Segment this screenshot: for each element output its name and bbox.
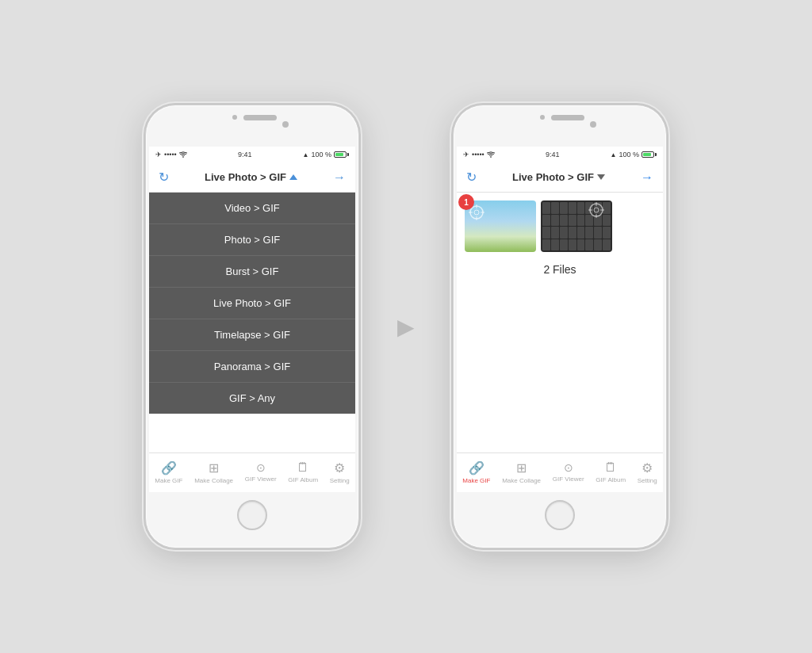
volume-up-button	[145, 204, 146, 232]
selection-badge: 1	[458, 194, 474, 210]
tab-label-album-1: GIF Album	[288, 476, 318, 483]
svg-point-7	[594, 208, 599, 212]
nav-bar-2: ↻ Live Photo > GIF →	[457, 162, 663, 193]
wifi-icon-1	[179, 151, 187, 158]
mute-button	[145, 177, 146, 197]
phone-top-bar-2	[454, 105, 666, 147]
phone-bottom-bar-1	[146, 492, 358, 548]
home-button-1[interactable]	[237, 500, 267, 530]
thumbnails-row: 1	[465, 200, 655, 252]
tab-make-gif-2[interactable]: 🔗 Make GIF	[462, 460, 490, 484]
status-bar-2: ✈ ••••• 9:41 ▲ 100 %	[457, 147, 663, 162]
gear-icon-2: ⚙	[642, 460, 653, 475]
tab-label-make-gif-2: Make GIF	[462, 477, 490, 484]
speaker-grille-2	[551, 115, 584, 120]
tab-label-viewer-2: GIF Viewer	[553, 475, 584, 483]
menu-item-photo-gif[interactable]: Photo > GIF	[149, 224, 355, 256]
carrier-dots-2: •••••	[472, 151, 485, 158]
svg-point-1	[474, 210, 479, 215]
tab-make-collage-1[interactable]: ⊞ Make Collage	[194, 460, 233, 484]
tab-label-album-2: GIF Album	[596, 476, 626, 483]
phone-1-screen: ✈ ••••• 9:41 ▲ 100 %	[149, 147, 355, 492]
play-icon-1: ⊙	[256, 461, 266, 474]
tab-label-viewer-1: GIF Viewer	[245, 475, 277, 483]
front-camera-2	[540, 115, 545, 120]
album-icon-1: 🗒	[297, 460, 309, 475]
phone-bottom-bar-2	[454, 492, 666, 548]
reload-button-2[interactable]: ↻	[466, 170, 477, 185]
wifi-icon-2	[487, 151, 495, 158]
link-icon-2: 🔗	[469, 460, 485, 475]
status-left-1: ✈ •••••	[155, 151, 187, 158]
tab-label-collage-1: Make Collage	[194, 477, 233, 484]
nav-down-indicator-2	[597, 174, 605, 180]
battery-fill-1	[335, 153, 343, 156]
tab-bar-1: 🔗 Make GIF ⊞ Make Collage ⊙ GIF Viewer 🗒…	[149, 453, 355, 492]
status-right-2: ▲ 100 %	[611, 151, 657, 158]
menu-list-1: Video > GIF Photo > GIF Burst > GIF Live…	[149, 193, 355, 414]
album-icon-2: 🗒	[604, 460, 617, 475]
menu-item-timelapse-gif[interactable]: Timelapse > GIF	[149, 319, 355, 351]
time-2: 9:41	[546, 151, 560, 158]
thumbnail-keyboard[interactable]	[541, 200, 612, 252]
tab-gif-album-1[interactable]: 🗒 GIF Album	[288, 460, 318, 483]
tab-bar-2: 🔗 Make GIF ⊞ Make Collage ⊙ GIF Viewer 🗒…	[457, 453, 663, 492]
nav-title-1: Live Photo > GIF	[205, 171, 297, 183]
nav-up-indicator-1	[289, 174, 297, 180]
nav-bar-1: ↻ Live Photo > GIF →	[149, 162, 355, 193]
main-scene: ✈ ••••• 9:41 ▲ 100 %	[145, 105, 667, 548]
volume-down-button	[145, 239, 146, 266]
tab-make-collage-2[interactable]: ⊞ Make Collage	[502, 460, 541, 484]
tab-setting-2[interactable]: ⚙ Setting	[638, 460, 657, 484]
tab-gif-viewer-1[interactable]: ⊙ GIF Viewer	[245, 461, 277, 483]
sky-image	[465, 200, 536, 252]
play-icon-2: ⊙	[564, 461, 573, 474]
nav-forward-button-1[interactable]: →	[333, 170, 346, 185]
front-camera	[232, 115, 237, 120]
phone1-content-area	[149, 414, 355, 453]
phone-1: ✈ ••••• 9:41 ▲ 100 %	[145, 105, 359, 548]
plane-icon-1: ✈	[155, 151, 162, 158]
menu-item-livephoto-gif[interactable]: Live Photo > GIF	[149, 288, 355, 319]
nav-forward-button-2[interactable]: →	[641, 170, 653, 185]
menu-item-gif-any[interactable]: GIF > Any	[149, 383, 355, 414]
phone-2: ✈ ••••• 9:41 ▲ 100 %	[453, 105, 667, 548]
files-count-label: 2 Files	[543, 263, 576, 276]
speaker-grille	[243, 115, 277, 120]
menu-item-panorama-gif[interactable]: Panorama > GIF	[149, 351, 355, 383]
battery-percent-2: 100 %	[619, 151, 639, 158]
carrier-dots-1: •••••	[164, 151, 177, 158]
volume-down-button-2	[453, 239, 454, 266]
nav-title-text-1: Live Photo > GIF	[205, 171, 286, 183]
tab-make-gif-1[interactable]: 🔗 Make GIF	[155, 460, 182, 484]
files-area-2: 1	[457, 193, 663, 453]
link-icon-1: 🔗	[161, 460, 177, 475]
menu-item-burst-gif[interactable]: Burst > GIF	[149, 256, 355, 288]
phone-top-bar-1	[146, 105, 358, 147]
tab-gif-album-2[interactable]: 🗒 GIF Album	[596, 460, 626, 483]
time-1: 9:41	[238, 151, 252, 158]
status-right-1: ▲ 100 %	[303, 151, 349, 158]
battery-tip-2	[655, 153, 657, 156]
power-button	[358, 208, 359, 252]
signal-icon-1: ▲	[303, 151, 309, 158]
tab-gif-viewer-2[interactable]: ⊙ GIF Viewer	[553, 461, 584, 483]
mute-button-2	[453, 177, 454, 197]
battery-icon-1	[334, 151, 349, 158]
battery-tip-1	[347, 153, 349, 156]
volume-up-button-2	[453, 204, 454, 232]
reload-button-1[interactable]: ↻	[159, 170, 169, 185]
tab-label-make-gif-1: Make GIF	[155, 477, 182, 484]
power-button-2	[666, 208, 667, 252]
status-left-2: ✈ •••••	[463, 151, 495, 158]
grid-icon-1: ⊞	[209, 460, 219, 475]
home-button-2[interactable]	[545, 500, 575, 530]
grid-icon-2: ⊞	[516, 460, 527, 475]
thumbnail-sky[interactable]: 1	[465, 200, 536, 252]
battery-percent-1: 100 %	[311, 151, 331, 158]
tab-label-setting-2: Setting	[638, 477, 657, 484]
tab-setting-1[interactable]: ⚙ Setting	[330, 460, 350, 484]
gear-icon-1: ⚙	[334, 460, 345, 475]
tab-label-collage-2: Make Collage	[502, 477, 541, 484]
menu-item-video-gif[interactable]: Video > GIF	[149, 193, 355, 224]
